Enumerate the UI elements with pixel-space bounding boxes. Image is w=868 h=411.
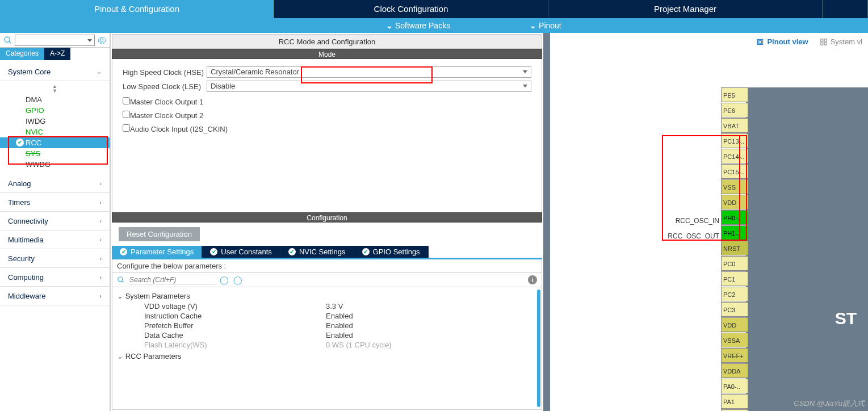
pin-vbat[interactable]: VBAT [721,118,748,133]
category-analog[interactable]: Analog› [0,174,110,193]
pin-vssa[interactable]: VSSA [721,333,748,347]
pin-pc3[interactable]: PC3 [721,302,748,317]
signal-osc-out: RCC_OSC_OUT [668,229,719,244]
tab-gpio-settings[interactable]: GPIO Settings [354,246,429,258]
view-label: Pinout view [767,37,808,46]
sidebar-item-rcc[interactable]: RCC [0,137,110,148]
prev-match-button[interactable]: ◯ [220,275,229,284]
pin-vdd[interactable]: VDD [721,317,748,332]
pin-vdd[interactable]: VDD [721,195,748,209]
system-view-button[interactable]: System vi [820,37,862,46]
category-timers[interactable]: Timers› [0,193,110,212]
svg-rect-6 [820,39,823,41]
lse-label: Low Speed Clock (LSE) [123,82,207,91]
mco2-label: Master Clock Output 2 [130,111,203,120]
category-label: Timers [8,198,30,207]
category-middleware[interactable]: Middleware› [0,287,110,305]
svg-point-2 [118,277,123,282]
pin-ph0[interactable]: PH0-.. [721,210,748,225]
chevron-right-icon: › [99,199,102,206]
tab-nvic-settings[interactable]: NVIC Settings [280,246,354,258]
param-key: Flash Latency(WS) [144,341,326,349]
lse-combo[interactable]: Disable [207,81,531,92]
svg-rect-9 [824,43,827,45]
pin-ph1[interactable]: PH1-.. [721,225,748,240]
category-connectivity[interactable]: Connectivity› [0,212,110,230]
group-system-params[interactable]: System Parameters [117,291,537,301]
tab-parameter-settings[interactable]: Parameter Settings [112,246,202,258]
param-value[interactable]: Enabled [326,312,353,320]
pin-pc13[interactable]: PC13-.. [721,133,748,148]
sidebar-item-nvic[interactable]: NVIC [0,127,110,137]
mco2-checkbox[interactable] [123,111,130,118]
sidebar-item-gpio[interactable]: GPIO [0,105,110,116]
gear-icon[interactable] [97,36,106,45]
hse-combo[interactable]: Crystal/Ceramic Resonator [207,66,531,78]
pin-vss[interactable]: VSS [721,179,748,194]
pinout-view-button[interactable]: Pinout view [756,37,808,46]
svg-line-3 [122,281,124,283]
sidebar-item-dma[interactable]: DMA [0,94,110,105]
pin-pa1[interactable]: PA1 [721,394,748,409]
pin-pc14[interactable]: PC14-.. [721,149,748,163]
category-computing[interactable]: Computing› [0,268,110,287]
param-key: Data Cache [144,331,326,339]
pin-pe6[interactable]: PE6 [721,103,748,118]
mco1-checkbox[interactable] [123,97,130,104]
tab-label: Parameter Settings [131,248,194,256]
pin-pa0[interactable]: PA0-.. [721,379,748,393]
svg-rect-5 [759,40,762,43]
reset-config-button[interactable]: Reset Configuration [119,227,200,241]
sidebar-item-iwdg[interactable]: IWDG [0,116,110,127]
category-label: Connectivity [8,217,48,225]
tab-clock-config[interactable]: Clock Configuration [274,0,548,18]
svg-rect-8 [820,43,823,45]
category-label: Analog [8,179,31,188]
pin-nrst[interactable]: NRST [721,241,748,255]
menu-pinout[interactable]: Pinout [530,21,561,30]
watermark: CSDN @JiaYu嵌入式 [794,399,865,409]
tab-project-manager[interactable]: Project Manager [548,0,823,18]
pin-pc15[interactable]: PC15-.. [721,164,748,179]
svg-rect-4 [758,39,763,44]
mco1-label: Master Clock Output 1 [130,98,203,106]
pin-vref[interactable]: VREF+ [721,348,748,363]
pin-vdda[interactable]: VDDA [721,363,748,378]
sidebar-item-sys[interactable]: SYS [0,148,110,159]
group-rcc-params[interactable]: RCC Parameters [117,351,537,362]
category-multimedia[interactable]: Multimedia› [0,230,110,249]
config-header: Configuration [112,212,542,223]
search-icon [117,276,125,284]
search-combo[interactable] [15,35,95,46]
tab-extra [823,0,868,18]
search-icon [3,36,12,45]
tab-a-to-z[interactable]: A->Z [44,48,70,60]
audio-label: Audio Clock Input (I2S_CKIN) [130,125,228,133]
svg-rect-7 [824,39,827,41]
param-value[interactable]: Enabled [326,331,353,339]
tab-categories[interactable]: Categories [0,48,44,60]
param-value[interactable]: 3.3 V [326,302,343,311]
tab-pinout-config[interactable]: Pinout & Configuration [0,0,274,18]
chevron-right-icon: › [99,180,102,187]
audio-checkbox[interactable] [123,124,130,132]
param-value[interactable]: Enabled [326,321,353,330]
info-icon[interactable]: i [528,275,537,284]
chevron-right-icon: › [99,236,102,243]
pin-pc1[interactable]: PC1 [721,271,748,286]
category-label: Multimedia [8,236,44,244]
sort-icon[interactable]: ▲▼ [0,84,110,93]
pin-pc2[interactable]: PC2 [721,287,748,301]
sidebar-item-wwdg[interactable]: WWDG [0,159,110,170]
category-security[interactable]: Security› [0,249,110,268]
category-system-core[interactable]: System Core⌄ [0,62,110,81]
tab-user-constants[interactable]: User Constants [202,246,280,258]
tab-label: User Constants [221,248,272,256]
pin-pc0[interactable]: PC0 [721,256,748,271]
pin-pe5[interactable]: PE5 [721,87,748,102]
param-search-input[interactable] [129,276,215,284]
chevron-right-icon: › [99,274,102,280]
next-match-button[interactable]: ◯ [233,275,242,284]
chip-body[interactable]: ST [746,87,868,411]
menu-software-packs[interactable]: Software Packs [386,21,450,30]
